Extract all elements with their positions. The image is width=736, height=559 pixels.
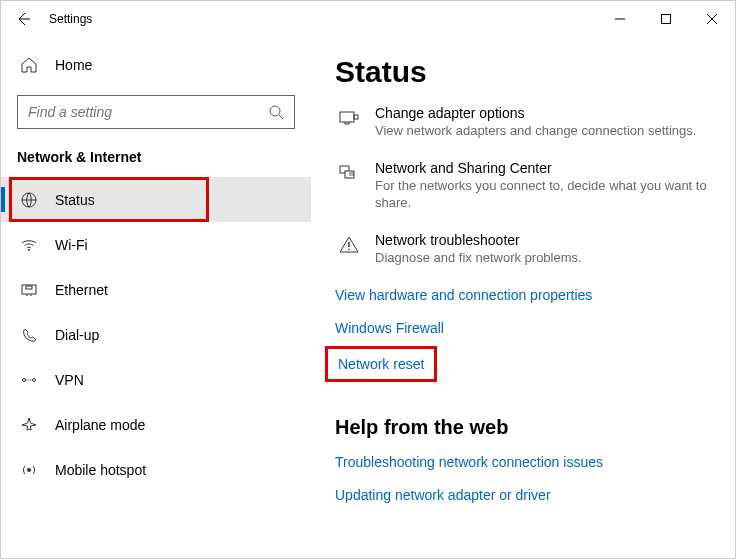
link-help-troubleshoot[interactable]: Troubleshooting network connection issue… (335, 454, 603, 470)
dialup-icon (19, 326, 39, 344)
search-input[interactable] (28, 104, 268, 120)
sidebar-item-dialup[interactable]: Dial-up (1, 312, 311, 357)
svg-point-13 (348, 248, 350, 250)
category-heading: Network & Internet (1, 147, 311, 177)
sidebar-item-status[interactable]: Status (1, 177, 311, 222)
option-title: Network troubleshooter (375, 232, 707, 248)
svg-point-7 (33, 378, 36, 381)
sidebar-item-ethernet[interactable]: Ethernet (1, 267, 311, 312)
help-heading: Help from the web (335, 416, 707, 439)
home-label: Home (55, 57, 92, 73)
sidebar-item-airplane[interactable]: Airplane mode (1, 402, 311, 447)
sidebar-item-hotspot[interactable]: Mobile hotspot (1, 447, 311, 492)
home-icon (19, 56, 39, 74)
sidebar-item-vpn[interactable]: VPN (1, 357, 311, 402)
warning-icon (335, 232, 363, 267)
status-icon (19, 191, 39, 209)
option-desc: View network adapters and change connect… (375, 122, 707, 140)
sidebar-item-label: Airplane mode (55, 417, 145, 433)
sidebar-item-label: Ethernet (55, 282, 108, 298)
sidebar-item-wifi[interactable]: Wi-Fi (1, 222, 311, 267)
option-title: Change adapter options (375, 105, 707, 121)
sharing-icon (335, 160, 363, 212)
svg-point-6 (23, 378, 26, 381)
ethernet-icon (19, 281, 39, 299)
sidebar-item-label: Dial-up (55, 327, 99, 343)
sidebar-item-label: VPN (55, 372, 84, 388)
option-desc: For the networks you connect to, decide … (375, 177, 707, 212)
option-troubleshooter[interactable]: Network troubleshooter Diagnose and fix … (335, 232, 707, 267)
highlight-box-status (9, 177, 209, 222)
vpn-icon (19, 371, 39, 389)
svg-point-3 (28, 249, 30, 251)
close-button[interactable] (689, 1, 735, 37)
link-help-update[interactable]: Updating network adapter or driver (335, 487, 551, 503)
svg-rect-5 (26, 286, 32, 289)
maximize-button[interactable] (643, 1, 689, 37)
svg-rect-10 (354, 115, 358, 119)
page-heading: Status (335, 55, 707, 89)
minimize-button[interactable] (597, 1, 643, 37)
search-box[interactable] (17, 95, 295, 129)
svg-rect-0 (662, 15, 671, 24)
option-sharing[interactable]: Network and Sharing Center For the netwo… (335, 160, 707, 212)
link-hardware[interactable]: View hardware and connection properties (335, 287, 592, 303)
option-adapter[interactable]: Change adapter options View network adap… (335, 105, 707, 140)
sidebar-item-label: Wi-Fi (55, 237, 88, 253)
link-network-reset[interactable]: Network reset (338, 356, 424, 372)
back-button[interactable] (1, 1, 45, 37)
airplane-icon (19, 416, 39, 434)
option-desc: Diagnose and fix network problems. (375, 249, 707, 267)
wifi-icon (19, 236, 39, 254)
search-icon (268, 104, 284, 120)
svg-point-8 (27, 468, 31, 472)
svg-rect-12 (345, 171, 354, 178)
svg-rect-9 (340, 112, 354, 122)
sidebar-item-label: Status (55, 192, 95, 208)
window-title: Settings (49, 12, 92, 26)
option-title: Network and Sharing Center (375, 160, 707, 176)
home-nav[interactable]: Home (1, 45, 311, 85)
adapter-icon (335, 105, 363, 140)
sidebar-item-label: Mobile hotspot (55, 462, 146, 478)
svg-point-1 (270, 106, 280, 116)
hotspot-icon (19, 461, 39, 479)
highlight-box-reset: Network reset (325, 346, 437, 382)
link-firewall[interactable]: Windows Firewall (335, 320, 444, 336)
